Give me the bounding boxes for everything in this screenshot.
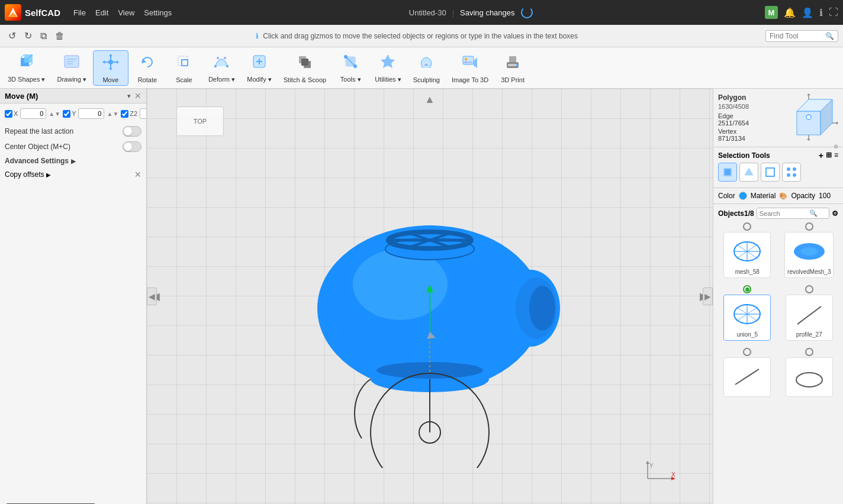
panel-close-icon[interactable]: ✕ <box>134 91 141 101</box>
copy-offsets-close[interactable]: ✕ <box>134 170 141 179</box>
info-circle-icon: ℹ <box>256 32 259 40</box>
user-icon[interactable]: 👤 <box>802 7 813 18</box>
tool-deform[interactable]: Deform ▾ <box>203 50 240 86</box>
tool-stitch-scoop[interactable]: Stitch & Scoop <box>278 50 332 86</box>
tool-modify[interactable]: Modify ▾ <box>242 50 277 86</box>
x-input[interactable] <box>20 108 46 119</box>
tool-3d-print[interactable]: 3D Print <box>495 50 530 86</box>
notifications-icon[interactable]: 🔔 <box>784 7 796 18</box>
center-object-toggle[interactable] <box>123 141 141 152</box>
tool-image-to-3d[interactable]: Image To 3D <box>446 50 494 86</box>
sel-tool-face[interactable] <box>739 163 758 182</box>
panel-dropdown-icon[interactable]: ▾ <box>127 92 131 100</box>
gear-icon[interactable]: ⚙ <box>834 144 838 150</box>
m-badge[interactable]: M <box>765 6 778 19</box>
advanced-settings-arrow[interactable]: ▶ <box>71 158 76 164</box>
duplicate-button[interactable]: ⧉ <box>37 28 50 44</box>
radio-revolved[interactable] <box>805 222 813 231</box>
sel-add-icon[interactable]: + <box>819 151 823 160</box>
radio-union5[interactable] <box>743 285 751 293</box>
view-menu[interactable]: View <box>113 6 139 20</box>
objects-search-input[interactable] <box>760 210 807 217</box>
right-panel-collapse[interactable]: ▶ <box>703 287 713 305</box>
3d-shapes-icon <box>17 52 36 75</box>
svg-marker-83 <box>745 168 753 175</box>
undo-button[interactable]: ↺ <box>5 28 20 44</box>
z-checkbox[interactable]: Z2 <box>121 110 137 118</box>
tool-scale-label: Scale <box>176 76 192 83</box>
object-item-obj5 <box>718 348 777 400</box>
tool-tools[interactable]: Tools ▾ <box>333 50 368 86</box>
opacity-label: Opacity <box>791 192 815 200</box>
sel-copy-icon[interactable]: ⊞ <box>826 151 832 160</box>
tool-scale[interactable]: Scale <box>166 50 202 86</box>
fullscreen-icon[interactable]: ⛶ <box>829 7 838 18</box>
main-layout: Move (M) ▾ ✕ X ▲▼ Y ▲▼ Z2 <box>0 89 843 504</box>
edit-menu[interactable]: Edit <box>91 6 113 20</box>
logo[interactable]: SelfCAD <box>5 4 60 21</box>
z-input[interactable] <box>140 108 147 119</box>
axes-indicator: X Y <box>642 461 677 486</box>
edge-label: Edge <box>718 112 733 119</box>
repeat-action-toggle[interactable] <box>123 126 141 137</box>
y-checkbox[interactable]: Y <box>63 110 76 118</box>
object-card-obj6[interactable] <box>786 357 833 397</box>
find-tool-input[interactable] <box>770 32 823 40</box>
object-card-profile27[interactable]: profile_27 <box>786 295 833 341</box>
svg-rect-41 <box>508 64 517 66</box>
find-tool[interactable]: 🔍 <box>765 30 838 42</box>
secondbar: ↺ ↻ ⧉ 🗑 ℹ Click and drag gizmos to move … <box>0 25 843 47</box>
rotate-icon <box>138 53 157 75</box>
radio-obj5[interactable] <box>743 348 751 356</box>
tool-move[interactable]: Move <box>93 50 128 86</box>
object-item-mesh58: mesh_58 <box>718 222 777 282</box>
svg-point-26 <box>224 57 226 59</box>
objects-search[interactable]: 🔍 <box>757 208 829 219</box>
svg-point-38 <box>465 58 467 60</box>
utilities-icon <box>378 52 397 75</box>
tool-drawing[interactable]: Drawing ▾ <box>52 50 91 86</box>
project-name: Untitled-30 <box>409 8 446 17</box>
svg-rect-32 <box>301 59 308 66</box>
info-icon[interactable]: ℹ <box>819 7 823 18</box>
delete-button[interactable]: 🗑 <box>52 28 68 44</box>
y-input[interactable] <box>78 108 104 119</box>
object-card-obj5[interactable] <box>723 357 771 397</box>
radio-obj6[interactable] <box>805 348 813 356</box>
settings-menu[interactable]: Settings <box>139 6 176 20</box>
saving-spinner <box>521 7 533 18</box>
sculpting-icon <box>417 53 436 75</box>
advanced-settings-section[interactable]: Advanced Settings ▶ <box>5 154 141 167</box>
repeat-action-row: Repeat the last action <box>5 124 141 139</box>
sel-more-icon[interactable]: ≡ <box>834 151 838 160</box>
z-label: Z2 <box>130 110 137 117</box>
material-icon: 🎨 <box>779 192 787 200</box>
color-swatch[interactable] <box>739 192 747 200</box>
sel-tool-vertex[interactable] <box>782 163 801 182</box>
tool-rotate[interactable]: Rotate <box>130 50 165 86</box>
x-checkbox[interactable]: X <box>5 110 18 118</box>
object-card-revolved[interactable]: revolvedMesh_3 <box>784 232 834 278</box>
sel-tool-box[interactable] <box>718 163 737 182</box>
modify-icon <box>250 52 269 75</box>
viewport[interactable]: ▲ ◀ ▶ TOP <box>147 89 713 504</box>
redo-button[interactable]: ↻ <box>21 28 36 44</box>
object-thumb-obj5 <box>726 360 768 393</box>
file-menu[interactable]: File <box>69 6 91 20</box>
radio-profile27[interactable] <box>805 285 813 293</box>
copy-offsets-arrow[interactable]: ▶ <box>46 172 51 178</box>
object-card-union5[interactable]: union_5 <box>723 295 771 341</box>
tool-utilities[interactable]: Utilities ▾ <box>369 50 407 86</box>
objects-header: Objects 1/8 🔍 ⚙ <box>718 208 838 219</box>
panel-body: X ▲▼ Y ▲▼ Z2 ▲▼ Repeat the last action <box>0 104 146 186</box>
tool-sculpting[interactable]: Sculpting <box>408 50 445 86</box>
sel-tools-header: Selection Tools + ⊞ ≡ <box>718 151 838 160</box>
radio-mesh58[interactable] <box>743 222 751 231</box>
sel-tool-edge[interactable] <box>761 163 780 182</box>
left-panel-collapse[interactable]: ◀ <box>147 287 157 305</box>
objects-settings-icon[interactable]: ⚙ <box>832 209 838 218</box>
tool-3d-shapes[interactable]: 3D Shapes ▾ <box>2 50 50 86</box>
object-card-mesh58[interactable]: mesh_58 <box>723 232 771 278</box>
svg-line-102 <box>735 369 759 385</box>
cube-3d-nav[interactable]: ⚙ <box>785 93 838 141</box>
